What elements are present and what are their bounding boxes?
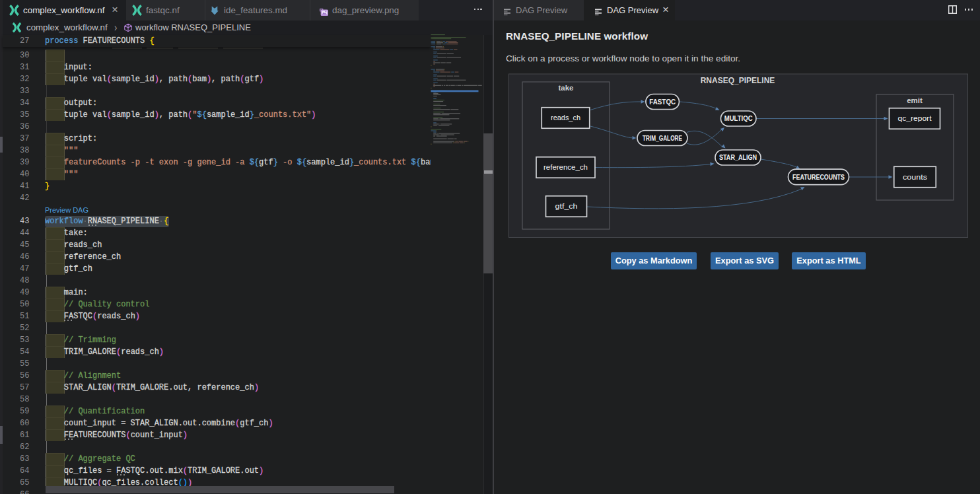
svg-text:qc_report: qc_report	[898, 114, 932, 122]
svg-text:FEATURECOUNTS: FEATURECOUNTS	[792, 173, 845, 181]
svg-text:reference_ch: reference_ch	[543, 163, 588, 171]
svg-text:gtf_ch: gtf_ch	[555, 202, 578, 210]
svg-text:counts: counts	[903, 173, 927, 181]
svg-text:take: take	[558, 84, 573, 92]
svg-text:FASTQC: FASTQC	[649, 98, 676, 106]
svg-text:STAR_ALIGN: STAR_ALIGN	[719, 153, 757, 161]
svg-text:emit: emit	[907, 96, 923, 104]
svg-text:reads_ch: reads_ch	[551, 114, 580, 122]
svg-text:TRIM_GALORE: TRIM_GALORE	[643, 134, 682, 142]
svg-text:RNASEQ_PIPELINE: RNASEQ_PIPELINE	[701, 76, 775, 85]
svg-text:MULTIQC: MULTIQC	[724, 114, 753, 122]
